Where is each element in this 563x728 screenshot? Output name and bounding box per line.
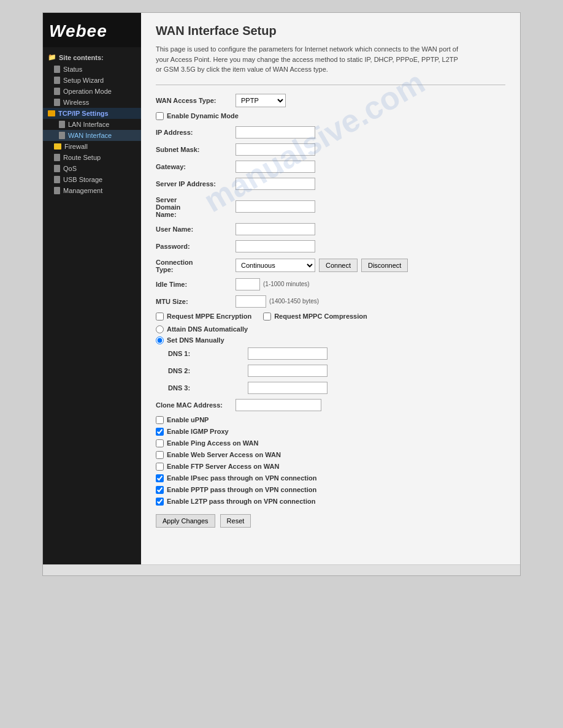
brand-logo: Webee <box>43 13 141 47</box>
sidebar-item-firewall[interactable]: Firewall <box>43 141 141 152</box>
idle-time-row: Idle Time: 5 (1-1000 minutes) <box>156 278 505 290</box>
doc-icon <box>59 132 65 139</box>
sidebar-item-wireless[interactable]: Wireless <box>43 97 141 108</box>
clone-mac-row: Clone MAC Address: 000000000000 <box>156 399 505 411</box>
subnet-mask-label: Subnet Mask: <box>156 146 236 153</box>
dns1-row: DNS 1: 8.8.8.8 <box>156 347 505 360</box>
gateway-input[interactable]: 172.1.1.254 <box>236 161 315 173</box>
request-mppe-checkbox[interactable] <box>156 313 164 320</box>
idle-time-input[interactable]: 5 <box>236 278 260 290</box>
action-buttons-row: Apply Changes Reset <box>156 514 505 528</box>
sidebar-item-status[interactable]: Status <box>43 64 141 75</box>
sidebar-item-lan[interactable]: LAN Interface <box>43 119 141 130</box>
dns2-input[interactable] <box>248 365 327 377</box>
doc-icon <box>54 66 60 73</box>
enable-ftp-checkbox[interactable] <box>156 463 164 471</box>
enable-igmp-label: Enable IGMP Proxy <box>167 428 229 435</box>
enable-pptp-checkbox[interactable] <box>156 486 164 494</box>
connect-button[interactable]: Connect <box>319 259 358 272</box>
dns1-input[interactable]: 8.8.8.8 <box>248 347 327 360</box>
sidebar-item-operation-mode[interactable]: Operation Mode <box>43 86 141 97</box>
enable-ipsec-row: Enable IPsec pass through on VPN connect… <box>156 474 505 482</box>
server-domain-input[interactable] <box>236 200 315 213</box>
attain-dns-row: Attain DNS Automatically <box>156 325 505 333</box>
enable-ping-checkbox[interactable] <box>156 439 164 447</box>
wan-access-type-select[interactable]: PPTP Static IP DHCP PPPoE L2TP GSM 3.5G <box>236 94 286 107</box>
enable-pptp-row: Enable PPTP pass through on VPN connecti… <box>156 486 505 494</box>
mppe-mppc-row: Request MPPE Encryption Request MPPC Com… <box>156 313 505 320</box>
reset-button[interactable]: Reset <box>220 514 251 528</box>
server-domain-row: ServerDomainName: <box>156 195 505 218</box>
apply-changes-button[interactable]: Apply Changes <box>156 514 215 528</box>
clone-mac-input[interactable]: 000000000000 <box>236 399 321 411</box>
sidebar-item-management[interactable]: Management <box>43 185 141 196</box>
subnet-mask-row: Subnet Mask: 255.255.255.0 <box>156 143 505 156</box>
connection-type-select[interactable]: Continuous Connect on Demand Manual <box>236 259 315 272</box>
attain-dns-radio[interactable] <box>156 325 164 333</box>
connection-type-row: ConnectionType: Continuous Connect on De… <box>156 257 505 273</box>
logo-text: Webee <box>49 21 107 40</box>
sidebar-item-route[interactable]: Route Setup <box>43 152 141 163</box>
enable-pptp-label: Enable PPTP pass through on VPN connecti… <box>167 486 316 493</box>
doc-icon <box>54 154 60 161</box>
enable-dynamic-row: Enable Dynamic Mode <box>156 112 505 120</box>
footer-bar <box>43 564 520 575</box>
sidebar-item-wan[interactable]: WAN Interface <box>43 130 141 141</box>
main-content: manualsive.com WAN Interface Setup This … <box>141 13 520 564</box>
dns3-input[interactable] <box>248 382 327 394</box>
enable-ping-row: Enable Ping Access on WAN <box>156 439 505 447</box>
mtu-size-input[interactable]: 1460 <box>236 295 266 308</box>
enable-l2tp-checkbox[interactable] <box>156 498 164 506</box>
sidebar-item-usb[interactable]: USB Storage <box>43 174 141 185</box>
enable-dynamic-checkbox[interactable] <box>156 112 164 120</box>
idle-time-hint: (1-1000 minutes) <box>263 281 310 287</box>
connection-type-label: ConnectionType: <box>156 257 236 273</box>
sidebar-item-setup-wizard[interactable]: Setup Wizard <box>43 75 141 86</box>
folder-icon <box>54 143 61 150</box>
enable-ipsec-checkbox[interactable] <box>156 474 164 482</box>
ip-address-label: IP Address: <box>156 129 236 136</box>
enable-ftp-label: Enable FTP Server Access on WAN <box>167 463 279 470</box>
page-title: WAN Interface Setup <box>156 24 505 38</box>
wan-access-type-row: WAN Access Type: PPTP Static IP DHCP PPP… <box>156 94 505 107</box>
gateway-row: Gateway: 172.1.1.254 <box>156 161 505 173</box>
ip-address-input[interactable]: 172.1.1.2 <box>236 126 315 138</box>
page-description: This page is used to configure the param… <box>156 44 462 75</box>
disconnect-button[interactable]: Disconnect <box>361 259 408 272</box>
user-name-input[interactable] <box>236 223 315 235</box>
password-input[interactable] <box>236 240 315 252</box>
enable-upnp-row: Enable uPNP <box>156 416 505 424</box>
sidebar-item-tcpip[interactable]: TCP/IP Settings <box>43 108 141 119</box>
set-dns-radio[interactable] <box>156 336 164 344</box>
enable-web-checkbox[interactable] <box>156 451 164 459</box>
doc-icon <box>54 187 60 194</box>
server-ip-input[interactable]: 172.1.1.1 <box>236 178 315 190</box>
password-label: Password: <box>156 243 236 250</box>
request-mppc-checkbox[interactable] <box>263 313 271 320</box>
user-name-row: User Name: <box>156 223 505 235</box>
open-folder-icon <box>48 110 55 116</box>
enable-igmp-checkbox[interactable] <box>156 428 164 436</box>
set-dns-label: Set DNS Manually <box>167 336 224 344</box>
mtu-size-hint: (1400-1450 bytes) <box>269 298 319 305</box>
doc-icon <box>54 176 60 183</box>
connection-type-controls: Continuous Connect on Demand Manual Conn… <box>236 259 408 272</box>
server-ip-row: Server IP Address: 172.1.1.1 <box>156 178 505 190</box>
enable-ping-label: Enable Ping Access on WAN <box>167 439 258 447</box>
enable-web-row: Enable Web Server Access on WAN <box>156 451 505 459</box>
user-name-label: User Name: <box>156 226 236 233</box>
ip-address-row: IP Address: 172.1.1.2 <box>156 126 505 138</box>
subnet-mask-input[interactable]: 255.255.255.0 <box>236 143 315 156</box>
idle-time-label: Idle Time: <box>156 281 236 288</box>
request-mppc-label: Request MPPC Compression <box>274 313 367 320</box>
enable-upnp-checkbox[interactable] <box>156 416 164 424</box>
doc-icon <box>54 99 60 106</box>
enable-l2tp-label: Enable L2TP pass through on VPN connecti… <box>167 498 315 505</box>
doc-icon <box>54 88 60 95</box>
request-mppe-label: Request MPPE Encryption <box>167 313 251 320</box>
folder-icon: 📁 <box>48 53 56 61</box>
sidebar: Webee 📁 Site contents: Status Setup Wiza… <box>43 13 141 564</box>
sidebar-item-qos[interactable]: QoS <box>43 163 141 174</box>
enable-ipsec-label: Enable IPsec pass through on VPN connect… <box>167 474 317 482</box>
enable-web-label: Enable Web Server Access on WAN <box>167 451 281 458</box>
